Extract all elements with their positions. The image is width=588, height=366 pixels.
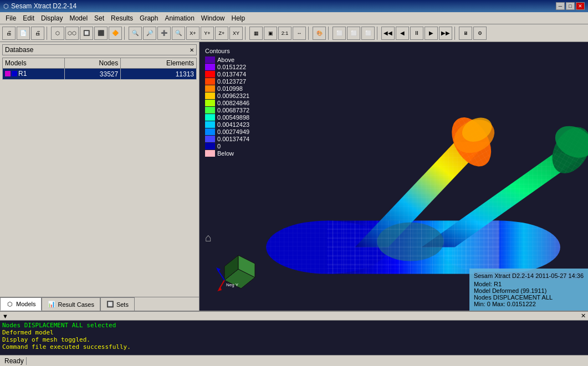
model-nodes-cell: 33527	[65, 69, 121, 80]
toolbar-btn-arrow[interactable]: ↔	[293, 27, 306, 40]
console-line-2: Display of mesh toggled.	[2, 336, 586, 343]
toolbar-btn-scale[interactable]: 2:1	[278, 27, 292, 40]
toolbar-btn-prev2[interactable]: ◀	[396, 27, 409, 40]
toolbar-btn-7[interactable]: ⬛	[94, 27, 108, 40]
menu-item-results[interactable]: Results	[108, 13, 136, 23]
info-title: Sesam Xtract D2.2-14 2011-05-27 14:36	[474, 272, 584, 280]
toolbar-btn-mesh[interactable]: ▦	[249, 27, 263, 40]
toolbar-btn-4[interactable]: ⬡	[51, 27, 64, 40]
model-elements-cell: 11313	[121, 69, 197, 80]
tab-result-label: Result Cases	[58, 301, 94, 308]
tab-models-label: Models	[16, 301, 35, 307]
database-table: Models Nodes Elements R1	[2, 58, 197, 177]
menu-item-help[interactable]: Help	[228, 13, 249, 23]
toolbar-sep-6	[377, 27, 379, 40]
toolbar-btn-3[interactable]: 🖨	[31, 27, 44, 40]
sets-tab-icon: 🔲	[106, 301, 114, 308]
below-swatch	[205, 150, 215, 157]
toolbar-btn-extra[interactable]: ⚙	[473, 27, 487, 40]
toolbar-btn-12[interactable]: 🔍	[172, 27, 185, 40]
toolbar-btn-2[interactable]: 📄	[17, 27, 30, 40]
menu-item-edit[interactable]: Edit	[19, 13, 38, 23]
database-close-button[interactable]: ✕	[190, 47, 194, 53]
contour-row-0: 0.0151222	[205, 64, 249, 70]
tab-result-cases[interactable]: 📊 Result Cases	[42, 297, 100, 311]
toolbar-btn-axis-y[interactable]: Y+	[201, 27, 214, 40]
toolbar-sep-5	[328, 27, 330, 40]
tab-models[interactable]: ⬡ Models	[0, 297, 42, 311]
viewport[interactable]: Contours Above 0.0151222 0.0137474 0.012…	[200, 42, 588, 311]
console-close-button[interactable]: ✕	[581, 312, 586, 319]
console-line-0: Nodes DISPLACEMENT ALL selected	[2, 322, 586, 329]
menu-item-window[interactable]: Window	[198, 13, 228, 23]
val-7: 0.00549898	[217, 114, 249, 121]
toolbar-btn-next[interactable]: ▶	[425, 27, 438, 40]
toolbar-btn-axis-z[interactable]: Z+	[215, 27, 228, 40]
minimize-button[interactable]: ─	[556, 2, 565, 10]
contour-row-1: 0.0137474	[205, 71, 249, 78]
menu-item-graph[interactable]: Graph	[136, 13, 161, 23]
swatch-7	[205, 114, 215, 121]
val-10: 0.00137474	[217, 136, 249, 142]
toolbar-sep-3	[245, 27, 247, 40]
app-icon: ⬡	[3, 3, 9, 10]
above-label: Above	[217, 56, 234, 63]
toolbar-btn-next2[interactable]: ▶▶	[439, 27, 452, 40]
toolbar-btn-frame3[interactable]: ⬜	[361, 27, 375, 40]
toolbar-btn-8[interactable]: 🔶	[109, 27, 122, 40]
toolbar-btn-11[interactable]: ➕	[157, 27, 171, 40]
blue-icon	[12, 71, 17, 76]
toolbar: 🖨 📄 🖨 ⬡ ⬡⬡ 🔲 ⬛ 🔶 🔍 🔎 ➕ 🔍 X+ Y+ Z+ XY ▦ ▣…	[0, 24, 588, 42]
home-button[interactable]: ⌂	[205, 231, 212, 244]
statusbar: Ready	[0, 355, 588, 366]
console-line-1: Deformed model	[2, 329, 586, 336]
maximize-button[interactable]: □	[566, 2, 575, 10]
toolbar-btn-10[interactable]: 🔎	[143, 27, 156, 40]
val-4: 0.00962321	[217, 92, 249, 99]
menu-item-file[interactable]: File	[2, 13, 19, 23]
contour-row-9: 0.00274949	[205, 128, 249, 135]
toolbar-btn-rotate[interactable]: XY	[229, 27, 243, 40]
contour-row-5: 0.00824846	[205, 100, 249, 106]
menu-item-animation[interactable]: Animation	[161, 13, 197, 23]
val-8: 0.00412423	[217, 121, 249, 128]
val-6: 0.00687372	[217, 107, 249, 114]
main-area: Database ✕ Models Nodes Elements	[0, 42, 588, 311]
swatch-4	[205, 92, 215, 99]
val-1: 0.0137474	[217, 71, 246, 78]
toolbar-btn-color1[interactable]: 🎨	[313, 27, 326, 40]
swatch-11	[205, 143, 215, 150]
toolbar-btn-screen[interactable]: 🖥	[459, 27, 472, 40]
database-titlebar: Database ✕	[2, 44, 197, 55]
col-nodes: Nodes	[65, 58, 121, 69]
window-title: Sesam Xtract D2.2-14	[11, 2, 76, 10]
toolbar-btn-frame1[interactable]: ⬜	[333, 27, 346, 40]
val-11: 0	[217, 143, 221, 150]
toolbar-btn-1[interactable]: 🖨	[2, 27, 16, 40]
toolbar-btn-axis-x[interactable]: X+	[186, 27, 200, 40]
val-2: 0.0123727	[217, 78, 246, 85]
contours-legend: Contours Above 0.0151222 0.0137474 0.012…	[205, 48, 249, 157]
model-name-cell: R1	[3, 69, 65, 80]
close-button[interactable]: ✕	[576, 2, 585, 10]
menu-item-set[interactable]: Set	[91, 13, 108, 23]
below-label: Below	[217, 150, 234, 157]
toolbar-btn-5[interactable]: ⬡⬡	[65, 27, 79, 40]
toolbar-btn-shaded[interactable]: ▣	[264, 27, 277, 40]
database-title: Database	[5, 46, 33, 54]
tab-sets[interactable]: 🔲 Sets	[100, 297, 135, 311]
database-tabs: ⬡ Models 📊 Result Cases 🔲 Sets	[0, 297, 199, 311]
menu-item-display[interactable]: Display	[38, 13, 66, 23]
toolbar-btn-frame2[interactable]: ⬜	[347, 27, 360, 40]
toolbar-btn-9[interactable]: 🔍	[129, 27, 142, 40]
models-tab-icon: ⬡	[6, 300, 14, 308]
menubar: FileEditDisplayModelSetResultsGraphAnima…	[0, 12, 588, 24]
toolbar-btn-6[interactable]: 🔲	[80, 27, 93, 40]
svg-marker-46	[216, 267, 221, 272]
toolbar-btn-pause[interactable]: ⏸	[410, 27, 423, 40]
val-0: 0.0151222	[217, 64, 246, 70]
toolbar-btn-prev[interactable]: ◀◀	[381, 27, 395, 40]
left-panel: Database ✕ Models Nodes Elements	[0, 42, 200, 311]
table-row[interactable]: R1 33527 11313	[3, 69, 197, 80]
menu-item-model[interactable]: Model	[66, 13, 91, 23]
